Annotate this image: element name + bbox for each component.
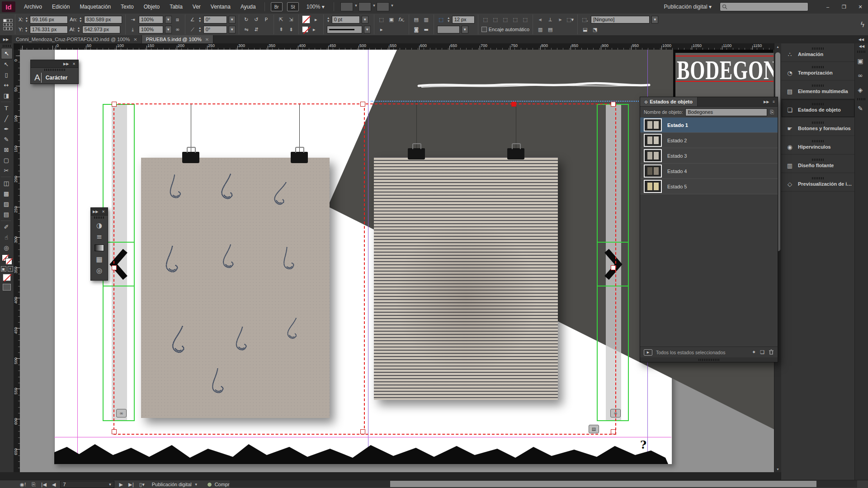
collapse-icon[interactable]: ▶▶ [764, 100, 769, 104]
menu-item-1[interactable]: Edición [47, 0, 75, 14]
horizontal-scroll-thumb[interactable] [390, 481, 816, 487]
dock-item-2[interactable]: ▤Elemento multimedia [781, 80, 855, 99]
x-stepper[interactable]: ▲▼ [25, 16, 28, 23]
selection-handle[interactable] [360, 429, 365, 434]
reference-point-proxy[interactable] [3, 19, 12, 30]
state-row-1[interactable]: Estado 1 [640, 117, 778, 133]
collapse-left-icon[interactable]: ▶▶ [0, 36, 12, 43]
state-row-3[interactable]: Estado 3 [640, 148, 778, 164]
pen-tool[interactable]: ✒ [1, 124, 12, 134]
quick-apply-icon[interactable]: ϟ [860, 20, 865, 29]
view-mode-button[interactable] [3, 284, 11, 291]
scale-x-dropdown[interactable]: ▼ [165, 16, 172, 23]
dock-grip[interactable] [857, 51, 866, 53]
fit-frame-icon[interactable]: ⬚ [501, 16, 509, 23]
collapsed-panel-dock[interactable]: ▶▶ ✕ ◑≡▦◎ [90, 207, 108, 281]
select-next-icon[interactable]: ⇟ [287, 26, 295, 33]
tab-prueba5[interactable]: PRUEBA 5.indd @ 100% ✕ [142, 35, 213, 43]
page-menu-icon[interactable]: ▯▾ [139, 482, 145, 488]
center-content-icon[interactable]: ⬚ [511, 16, 519, 23]
wrap-jump-icon[interactable]: ▬ [422, 26, 430, 33]
free-transform-tool[interactable]: ◫ [1, 178, 12, 188]
stock-button[interactable]: St [287, 2, 299, 11]
effects-flyout[interactable]: ▸ [377, 26, 386, 33]
gradient-panel-icon[interactable] [94, 244, 104, 251]
menu-item-6[interactable]: Ver [188, 0, 206, 14]
align-more-dropdown[interactable]: ⬚▾ [566, 16, 574, 23]
selection-handle[interactable] [112, 265, 117, 270]
margin-guide-left[interactable] [77, 50, 78, 464]
editorial-icon[interactable]: ✎ [855, 103, 866, 114]
menu-item-7[interactable]: Ventana [206, 0, 236, 14]
shear-field[interactable]: 0° [203, 26, 227, 33]
panel-menu-icon[interactable]: ≡ [773, 100, 775, 104]
eyedropper-tool[interactable]: ✐ [1, 222, 12, 232]
export-progress-icon[interactable]: ⎘ [32, 482, 36, 488]
close-icon[interactable]: ✕ [102, 210, 105, 214]
distribute-v-icon[interactable]: ▤ [546, 26, 554, 33]
hand-tool[interactable]: ☝ [1, 232, 12, 243]
selection-handle[interactable] [611, 265, 616, 270]
tab-close-icon[interactable]: ✕ [205, 37, 209, 42]
distribute-h-icon[interactable]: ▥ [536, 26, 544, 33]
dock-item-6[interactable]: ▥Diseño flotante [781, 155, 855, 173]
shear-dropdown[interactable]: ▼ [229, 26, 236, 33]
x-field[interactable]: 99.166 px [30, 16, 68, 23]
gradient-tool[interactable]: ▩ [1, 188, 12, 199]
scissors-tool[interactable]: ✂ [1, 165, 12, 176]
dock-item-5[interactable]: ◉Hipervínculos [781, 136, 855, 155]
corner-radius-field[interactable]: 12 px [452, 16, 475, 23]
expand-panels-icon[interactable]: ◀◀ [856, 43, 868, 50]
width-stepper[interactable]: ▲▼ [79, 16, 82, 23]
ruler-origin[interactable] [14, 43, 20, 50]
object-style-field[interactable]: [Ninguno] [591, 16, 650, 23]
selection-handle[interactable] [112, 102, 117, 107]
bodegones-title-frame[interactable]: BODEGONES [673, 50, 774, 101]
menu-item-5[interactable]: Tabla [165, 0, 188, 14]
fill-stroke-control[interactable] [2, 254, 12, 264]
selection-tool[interactable]: ↖ [1, 48, 13, 59]
fill-color-flyout[interactable]: ▸ [310, 26, 318, 33]
new-state-icon[interactable]: ❏ [760, 349, 764, 355]
stroke-panel-icon[interactable]: ≡ [91, 231, 108, 242]
stroke-color-flyout[interactable]: ▸ [312, 16, 320, 23]
align-left-icon[interactable]: ⫷ [536, 16, 544, 23]
fx-icon[interactable]: fx, [397, 16, 406, 23]
content-collector-tool[interactable]: ◨ [1, 90, 12, 101]
stroke-weight-field[interactable]: 0 pt [332, 16, 360, 23]
height-field[interactable]: 542.973 px [82, 26, 120, 33]
arrange-documents-icon[interactable] [377, 2, 389, 11]
layers-icon[interactable]: ◈ [855, 84, 866, 96]
type-tool[interactable]: T [1, 103, 12, 113]
no-wrap-icon[interactable]: ▤ [412, 16, 420, 23]
panel-resize-grip[interactable] [640, 357, 778, 362]
tab-close-icon[interactable]: ✕ [133, 37, 137, 42]
direct-selection-tool[interactable]: ↖ [1, 59, 12, 70]
height-stepper[interactable]: ▲▼ [77, 26, 80, 33]
dock-item-0[interactable]: ∴Animación [781, 43, 855, 62]
formatting-container-icon[interactable]: ▣ [1, 266, 6, 272]
select-previous-icon[interactable]: ⇞ [277, 26, 285, 33]
panel-header[interactable]: ◇ Estados de objeto ▶▶ ≡ [640, 97, 778, 107]
dock-item-4[interactable]: ☛Botones y formularios [781, 117, 855, 136]
formatting-text-icon[interactable]: T [8, 266, 13, 272]
panel-grip[interactable] [94, 216, 105, 219]
rotation-stepper[interactable]: ▲▼ [198, 16, 202, 23]
dock-item-1[interactable]: ◔Temporización [781, 62, 855, 80]
panel-tab[interactable]: ◇ Estados de objeto [640, 97, 698, 106]
gradient-feather-tool[interactable]: ▨ [1, 199, 12, 209]
y-stepper[interactable]: ▲▼ [25, 26, 28, 33]
collapse-right-icon[interactable]: ◀◀ [854, 35, 868, 43]
menu-item-0[interactable]: Archivo [19, 0, 47, 14]
first-page-icon[interactable]: |◀ [41, 482, 47, 488]
preflight-icon[interactable]: ◉! [20, 482, 26, 488]
state-row-5[interactable]: Estado 5 [640, 179, 778, 194]
menu-item-2[interactable]: Maquetación [75, 0, 116, 14]
torn-paper-graphic[interactable] [54, 437, 671, 464]
rotation-dropdown[interactable]: ▼ [229, 16, 236, 23]
scale-y-dropdown[interactable]: ▼ [165, 26, 172, 33]
tab-portafolio[interactable]: Conni_Mendoza_Cruz-PORTAFOLIO.indd @ 100… [12, 35, 142, 43]
preset-dropdown[interactable]: Publicación digital ▼ [152, 482, 198, 487]
scale-y-field[interactable]: 100% [139, 26, 163, 33]
corner-style-dropdown[interactable]: ▼ [462, 26, 468, 33]
